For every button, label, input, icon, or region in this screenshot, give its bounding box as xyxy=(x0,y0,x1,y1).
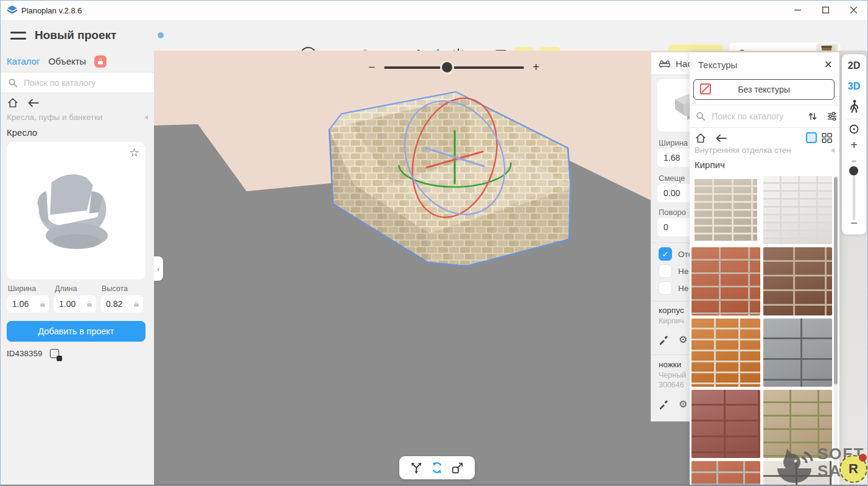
close-button[interactable] xyxy=(839,1,867,19)
zoom-rail-track[interactable] xyxy=(853,169,855,220)
scale-mode-button[interactable] xyxy=(451,461,464,474)
home-icon[interactable] xyxy=(695,132,707,144)
textures-search-input[interactable] xyxy=(710,111,792,122)
gear-icon[interactable]: ⚙ xyxy=(679,334,687,345)
back-arrow-icon[interactable] xyxy=(715,133,727,143)
textures-search-row xyxy=(690,105,839,128)
eyedropper-icon[interactable] xyxy=(659,399,669,409)
copy-id-icon[interactable] xyxy=(50,349,59,358)
material-name: корпус xyxy=(659,306,684,315)
settings-width-label: Ширина xyxy=(659,138,688,147)
lock-icon xyxy=(134,301,139,307)
rotate-mode-button[interactable] xyxy=(430,461,444,474)
settings-rotation-label: Поворо xyxy=(659,208,686,217)
product-card[interactable]: ☆ xyxy=(7,142,145,280)
textures-nav xyxy=(695,132,727,144)
armchair-image xyxy=(25,160,128,264)
transform-mode-pill xyxy=(399,456,475,479)
search-icon xyxy=(8,78,18,88)
zoom-slider-knob[interactable] xyxy=(440,60,454,74)
checkbox-label: Не xyxy=(678,267,688,276)
close-icon[interactable]: × xyxy=(824,58,832,71)
no-texture-button[interactable]: Без текстуры xyxy=(693,79,835,100)
checkbox-label: Не xyxy=(678,284,688,293)
textures-breadcrumb[interactable]: Внутренняя отделка стен xyxy=(695,146,791,155)
texture-tile-concrete-block[interactable] xyxy=(763,319,832,387)
checkbox[interactable] xyxy=(659,264,672,278)
material-value: Черный xyxy=(659,371,686,379)
zoom-slider-track[interactable] xyxy=(384,66,524,69)
height-field[interactable]: 0.82 xyxy=(100,295,143,312)
texture-tile-red-orange-brick[interactable] xyxy=(691,247,760,315)
minimize-button[interactable] xyxy=(783,1,811,19)
view-controls-rail: 2D 3D + − xyxy=(842,54,866,234)
zoom-in-button[interactable]: + xyxy=(842,138,866,152)
checkbox[interactable]: ✓ xyxy=(659,247,672,261)
mode-3d-button[interactable]: 3D xyxy=(842,81,866,92)
dimension-inputs: 1.06 1.00 0.82 xyxy=(7,295,143,312)
view-toggle-group xyxy=(806,132,832,143)
zoom-in-label[interactable]: + xyxy=(533,60,540,74)
search-icon xyxy=(696,111,705,121)
focus-target-button[interactable] xyxy=(842,124,866,135)
eyedropper-icon[interactable] xyxy=(659,334,669,345)
length-label: Длина xyxy=(55,284,102,293)
app-window: Planoplan v.2.8.6 Новый проект 1 xyxy=(0,0,868,486)
zoom-out-label[interactable]: − xyxy=(368,60,376,74)
maximize-button[interactable] xyxy=(811,1,839,19)
rail-divider xyxy=(847,119,861,119)
material-value: Кирпич xyxy=(659,317,684,325)
move-mode-button[interactable] xyxy=(410,461,423,474)
zoom-slider[interactable]: − + xyxy=(368,60,539,74)
back-arrow-icon[interactable] xyxy=(27,98,40,108)
add-to-project-button[interactable]: Добавить в проект xyxy=(7,321,145,342)
zoom-rail-knob[interactable] xyxy=(849,166,858,175)
project-title: Новый проект xyxy=(35,29,116,42)
catalog-search-input[interactable] xyxy=(23,77,135,88)
collapse-breadcrumb-icon[interactable] xyxy=(831,148,835,153)
dimension-labels: Ширина Длина Высота xyxy=(8,284,128,293)
large-view-icon[interactable] xyxy=(806,132,817,143)
texture-tile-red-brick[interactable] xyxy=(691,461,760,486)
mode-2d-button[interactable]: 2D xyxy=(842,60,866,71)
grid-view-icon[interactable] xyxy=(822,133,832,143)
tab-catalog[interactable]: Каталог xyxy=(7,56,40,66)
catalog-nav xyxy=(7,97,40,108)
textures-title: Текстуры xyxy=(698,60,737,70)
favorite-star-icon[interactable]: ☆ xyxy=(129,146,139,160)
menu-button[interactable] xyxy=(10,32,26,40)
height-label: Высота xyxy=(102,284,128,293)
checkbox[interactable] xyxy=(659,281,672,295)
material-code: 300646 xyxy=(659,381,684,389)
home-icon[interactable] xyxy=(7,97,19,108)
watermark: SOFT SALO R xyxy=(774,445,868,485)
textures-panel: Текстуры × Без текстуры Внутренняя отдел… xyxy=(690,52,839,486)
length-field[interactable]: 1.00 xyxy=(54,295,96,312)
tab-objects[interactable]: Объекты xyxy=(49,56,86,66)
material-name: ножки xyxy=(659,360,681,369)
breadcrumb[interactable]: Кресла, пуфы и банкетки xyxy=(7,113,102,122)
width-field[interactable]: 1.06 xyxy=(7,295,49,312)
watermark-logo xyxy=(774,446,817,485)
collapse-breadcrumb-icon[interactable] xyxy=(144,115,148,120)
texture-tile-orange-brick[interactable] xyxy=(691,319,760,387)
sidebar-collapse-handle[interactable]: ‹ xyxy=(154,256,163,281)
sort-icon[interactable] xyxy=(808,111,817,121)
lock-icon xyxy=(40,301,45,307)
texture-tile-weathered-dark-brick[interactable] xyxy=(763,247,832,315)
settings-checkbox-row: ✓ Ото xyxy=(659,247,693,261)
selected-object[interactable] xyxy=(317,86,573,269)
product-id-row: ID438359 xyxy=(7,349,59,358)
texture-tile-white-brick[interactable] xyxy=(763,176,832,244)
walk-mode-button[interactable] xyxy=(842,99,866,114)
zoom-out-button[interactable]: − xyxy=(842,216,866,230)
textures-section-title: Кирпич xyxy=(695,160,725,170)
product-id: ID438359 xyxy=(7,349,43,358)
texture-tile-mauve-brick[interactable] xyxy=(691,390,760,458)
filter-sliders-icon[interactable] xyxy=(827,111,837,121)
breadcrumb-row: Кресла, пуфы и банкетки xyxy=(7,113,148,122)
sync-status-dot xyxy=(158,32,164,38)
gear-icon[interactable]: ⚙ xyxy=(679,398,687,410)
textures-scrollbar-thumb[interactable] xyxy=(834,177,838,384)
texture-tile-gray-beige-brick[interactable] xyxy=(691,176,760,244)
